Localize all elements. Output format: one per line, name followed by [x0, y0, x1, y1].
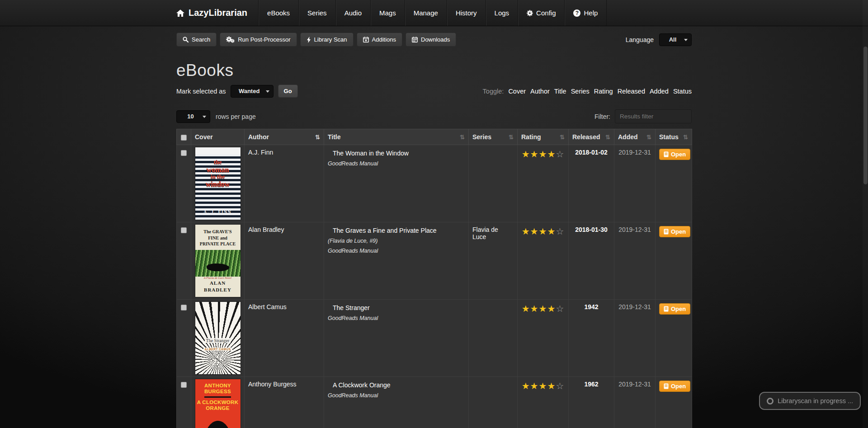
column-header-label[interactable]: Added [618, 133, 638, 141]
nav-item-ebooks[interactable]: eBooks [258, 0, 298, 26]
book-cover[interactable]: thewomanin thewindowA. J. FINN [195, 147, 241, 220]
cell-series: Flavia de Luce [469, 222, 518, 300]
author-link[interactable]: Anthony Burgess [248, 381, 297, 388]
rows-per-page-select[interactable]: 10 [176, 110, 210, 123]
toggle-link-status[interactable]: Status [673, 88, 692, 95]
book-source: GoodReads Manual [328, 248, 465, 254]
nav-item-help[interactable]: ?Help [564, 0, 607, 26]
cell-author: Anthony Burgess [245, 377, 324, 428]
cell-series [469, 377, 518, 428]
nav-item-manage[interactable]: Manage [405, 0, 447, 26]
go-button[interactable]: Go [278, 85, 298, 98]
downloads-button[interactable]: Downloads [406, 33, 456, 47]
book-title-link[interactable]: The Stranger [328, 304, 465, 311]
nav-item-audio[interactable]: Audio [335, 0, 370, 26]
table-row: The StrangerALBERT CAMUSAlbert CamusThe … [177, 300, 692, 377]
cover-text: in the [211, 174, 225, 180]
toggle-link-series[interactable]: Series [571, 88, 590, 95]
toggle-link-rating[interactable]: Rating [594, 88, 613, 95]
sort-icon[interactable]: ⇅ [560, 134, 565, 141]
cell-status: Open [656, 222, 692, 300]
sort-icon[interactable]: ⇅ [683, 134, 688, 141]
toggle-link-title[interactable]: Title [554, 88, 566, 95]
cell-author: Albert Camus [245, 300, 324, 377]
cell-released: 2018-01-30 [569, 222, 614, 300]
rating-stars: ★★★★☆ [521, 150, 565, 159]
toggle-link-cover[interactable]: Cover [508, 88, 526, 95]
star-filled-icon: ★ [522, 149, 530, 159]
search-button[interactable]: Search [176, 33, 217, 47]
sort-icon[interactable]: ⇅ [646, 134, 651, 141]
row-checkbox[interactable] [181, 382, 187, 388]
column-header-select [177, 129, 191, 145]
book-source: GoodReads Manual [328, 160, 465, 167]
language-select[interactable]: All [659, 33, 692, 46]
column-header-author: Author⇅ [245, 129, 324, 145]
toggle-link-added[interactable]: Added [650, 88, 669, 95]
cell-title: A Clockwork OrangeGoodReads Manual [324, 377, 469, 428]
column-header-label[interactable]: Series [472, 133, 491, 141]
column-header-label: Cover [195, 133, 213, 141]
gear-icon [527, 10, 533, 16]
sort-icon[interactable]: ⇅ [460, 134, 465, 141]
book-title-link[interactable]: A Clockwork Orange [328, 381, 465, 389]
author-link[interactable]: A.J. Finn [248, 149, 273, 156]
cell-cover: ANTHONYBURGESSA CLOCKWORKORANGE [191, 377, 245, 428]
row-checkbox[interactable] [181, 150, 187, 156]
column-header-label[interactable]: Author [248, 133, 269, 141]
star-empty-icon: ☆ [556, 149, 564, 159]
select-all-checkbox[interactable] [181, 135, 187, 141]
nav-item-mags[interactable]: Mags [370, 0, 405, 26]
nav-item-history[interactable]: History [447, 0, 486, 26]
row-checkbox[interactable] [181, 305, 187, 310]
nav-item-label: History [456, 9, 477, 17]
star-empty-icon: ☆ [556, 304, 564, 314]
author-link[interactable]: Albert Camus [248, 303, 287, 310]
results-filter-input[interactable] [615, 109, 692, 123]
star-empty-icon: ☆ [556, 226, 564, 236]
toolbar-button-label: Additions [372, 36, 396, 43]
status-open-button[interactable]: Open [659, 303, 690, 315]
toolbar-button-label: Library Scan [314, 36, 347, 43]
book-icon [664, 306, 669, 312]
cover-text: A CLOCKWORK [197, 400, 239, 405]
status-open-button[interactable]: Open [659, 381, 690, 392]
nav-item-logs[interactable]: Logs [486, 0, 518, 26]
status-open-button[interactable]: Open [659, 149, 690, 160]
nav-item-config[interactable]: Config [518, 0, 564, 26]
mark-selected-select[interactable]: Wanted [231, 85, 274, 98]
book-title-link[interactable]: The Graves a Fine and Private Place [328, 227, 465, 234]
book-title-link[interactable]: The Woman in the Window [328, 150, 465, 157]
library-scan-button[interactable]: Library Scan [300, 33, 354, 47]
star-filled-icon: ★ [539, 381, 547, 391]
scrollbar-thumb[interactable] [863, 47, 868, 184]
toggle-link-author[interactable]: Author [530, 88, 550, 95]
nav-item-series[interactable]: Series [298, 0, 335, 26]
run-post-processor-button[interactable]: Run Post-Processor [220, 33, 297, 47]
book-source: GoodReads Manual [328, 392, 465, 399]
book-cover[interactable]: The GRAVE'SFINE andPRIVATE PLACEA Flavia… [195, 225, 241, 297]
star-filled-icon: ★ [547, 149, 556, 159]
brand-home-link[interactable]: LazyLibrarian [176, 0, 258, 26]
book-cover[interactable]: ANTHONYBURGESSA CLOCKWORKORANGE [195, 379, 241, 428]
toggle-link-released[interactable]: Released [618, 88, 645, 95]
toolbar-button-label: Downloads [421, 36, 450, 43]
series-link[interactable]: Flavia de Luce [472, 226, 498, 240]
cell-title: The Graves a Fine and Private Place(Flav… [324, 222, 469, 300]
star-filled-icon: ★ [530, 149, 539, 159]
column-header-label[interactable]: Released [572, 133, 600, 141]
author-link[interactable]: Alan Bradley [248, 226, 284, 233]
row-checkbox[interactable] [181, 227, 187, 233]
ebooks-table: CoverAuthor⇅Title⇅Series⇅Rating⇅Released… [176, 129, 692, 428]
column-header-label[interactable]: Rating [521, 133, 541, 141]
sort-icon[interactable]: ⇅ [509, 134, 514, 141]
column-header-label[interactable]: Status [659, 133, 679, 141]
status-open-button[interactable]: Open [659, 226, 690, 237]
sort-icon[interactable]: ⇅ [605, 134, 610, 141]
book-cover[interactable]: The StrangerALBERT CAMUS [195, 302, 241, 374]
column-header-label[interactable]: Title [328, 133, 341, 141]
additions-button[interactable]: Additions [357, 33, 402, 47]
star-filled-icon: ★ [522, 304, 530, 314]
sort-icon[interactable]: ⇅ [315, 134, 320, 141]
cell-rating: ★★★★☆ [518, 222, 569, 300]
